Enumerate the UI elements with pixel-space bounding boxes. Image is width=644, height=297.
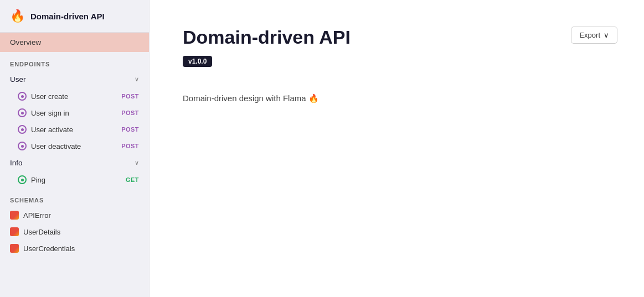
post-icon	[18, 108, 27, 117]
schema-label: UserCredentials	[23, 244, 75, 253]
schema-apierror[interactable]: APIError	[0, 207, 149, 223]
schema-usercredentials[interactable]: UserCredentials	[0, 240, 149, 257]
post-icon	[18, 125, 27, 134]
sidebar-logo-area: 🔥 Domain-driven API	[0, 0, 149, 33]
logo-flame-icon: 🔥	[10, 9, 25, 23]
info-group-chevron-icon: ∨	[135, 159, 139, 166]
export-chevron-icon: ∨	[604, 31, 609, 39]
info-group-label: Info	[10, 159, 23, 167]
schema-icon	[10, 244, 19, 253]
method-badge-post: POST	[121, 143, 139, 149]
endpoint-user-signin[interactable]: User sign in POST	[0, 105, 149, 121]
user-endpoints-list: User create POST User sign in POST User …	[0, 88, 149, 154]
page-title: Domain-driven API	[183, 27, 611, 48]
schema-label: APIError	[23, 211, 51, 220]
sidebar-overview-item[interactable]: Overview	[0, 33, 149, 52]
post-icon	[18, 92, 27, 101]
endpoint-ping[interactable]: Ping GET	[0, 171, 149, 188]
sidebar-app-title: Domain-driven API	[30, 12, 105, 21]
user-group-header[interactable]: User ∨	[0, 71, 149, 88]
endpoint-user-deactivate[interactable]: User deactivate POST	[0, 138, 149, 154]
schema-label: UserDetails	[23, 228, 60, 236]
endpoints-section-label: ENDPOINTS	[0, 52, 149, 71]
schema-icon	[10, 227, 19, 236]
main-content: Domain-driven API v1.0.0 Domain-driven d…	[150, 0, 644, 297]
user-group-label: User	[10, 75, 26, 84]
info-group-header[interactable]: Info ∨	[0, 154, 149, 171]
post-icon	[18, 142, 27, 150]
method-badge-post: POST	[121, 126, 139, 133]
method-badge-post: POST	[121, 93, 139, 100]
endpoint-user-activate[interactable]: User activate POST	[0, 121, 149, 138]
method-badge-get: GET	[126, 176, 139, 183]
user-group-chevron-icon: ∨	[135, 76, 139, 83]
endpoint-label: User sign in	[31, 109, 69, 117]
schema-userdetails[interactable]: UserDetails	[0, 223, 149, 240]
schemas-list: APIError UserDetails UserCredentials	[0, 207, 149, 257]
sidebar: 🔥 Domain-driven API Overview ENDPOINTS U…	[0, 0, 150, 297]
info-endpoints-list: Ping GET	[0, 171, 149, 188]
version-badge: v1.0.0	[183, 56, 212, 67]
schemas-section-label: SCHEMAS	[0, 188, 149, 207]
method-badge-post: POST	[121, 110, 139, 116]
schema-icon	[10, 211, 19, 220]
endpoint-label: User create	[31, 92, 68, 101]
export-button-label: Export	[579, 31, 600, 39]
api-description: Domain-driven design with Flama 🔥	[183, 93, 611, 103]
get-icon	[18, 175, 27, 184]
endpoint-user-create[interactable]: User create POST	[0, 88, 149, 105]
export-button[interactable]: Export ∨	[571, 27, 617, 44]
endpoint-label: User deactivate	[31, 142, 81, 150]
endpoint-label: Ping	[31, 176, 45, 184]
endpoint-label: User activate	[31, 126, 73, 134]
